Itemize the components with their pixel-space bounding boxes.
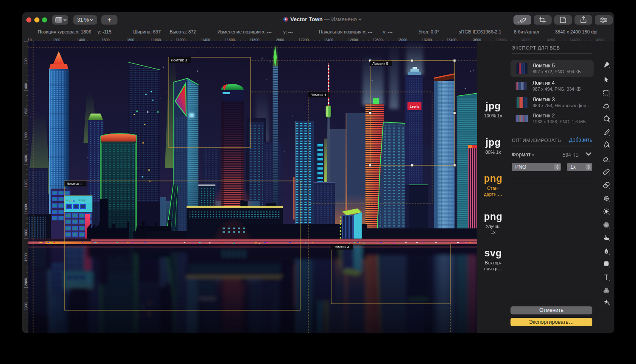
svg-text:T: T	[604, 273, 608, 281]
svg-text:Levi's: Levi's	[410, 105, 419, 108]
svg-text:Ломтик 3: Ломтик 3	[171, 58, 187, 62]
svg-text:600: 600	[24, 108, 28, 114]
svg-text:y: y	[69, 200, 70, 202]
svg-text:Ломтик 4: Ломтик 4	[333, 245, 349, 249]
svg-text:design: design	[78, 199, 86, 202]
svg-text:1600: 1600	[24, 229, 28, 237]
svg-text:1000: 1000	[24, 155, 28, 163]
svg-text:1800: 1800	[24, 253, 28, 261]
svg-text:Ломтик 2: Ломтик 2	[67, 182, 83, 186]
svg-text:2000: 2000	[24, 278, 28, 286]
svg-text:N: N	[66, 199, 68, 202]
svg-text:c: c	[71, 199, 73, 201]
svg-text:1200: 1200	[24, 179, 28, 187]
svg-text:Ломтик 1: Ломтик 1	[310, 93, 326, 97]
svg-text:Ломтик 5: Ломтик 5	[372, 61, 388, 66]
svg-text:800: 800	[24, 132, 28, 138]
svg-text:200: 200	[24, 58, 28, 64]
svg-text:2200: 2200	[24, 303, 28, 311]
svg-text:1400: 1400	[24, 204, 28, 212]
svg-text:400: 400	[24, 83, 28, 89]
